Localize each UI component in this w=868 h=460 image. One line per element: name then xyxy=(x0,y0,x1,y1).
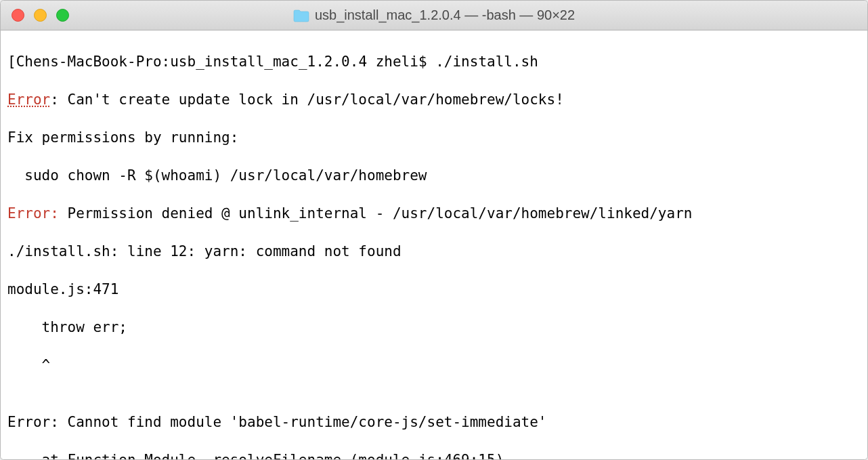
error-label: Error xyxy=(7,91,50,108)
terminal-line: ./install.sh: line 12: yarn: command not… xyxy=(7,242,862,261)
maximize-icon[interactable] xyxy=(56,9,69,22)
traffic-lights xyxy=(1,9,69,22)
title-center: usb_install_mac_1.2.0.4 — -bash — 90×22 xyxy=(1,7,867,23)
terminal-line: ^ xyxy=(7,356,862,375)
window-title: usb_install_mac_1.2.0.4 — -bash — 90×22 xyxy=(315,7,575,23)
terminal-line: [Chens-MacBook-Pro:usb_install_mac_1.2.0… xyxy=(7,52,862,71)
error-text: Permission denied @ unlink_internal - /u… xyxy=(59,205,693,222)
terminal-line: throw err; xyxy=(7,318,862,337)
titlebar[interactable]: usb_install_mac_1.2.0.4 — -bash — 90×22 xyxy=(1,1,867,30)
terminal-body[interactable]: [Chens-MacBook-Pro:usb_install_mac_1.2.0… xyxy=(1,30,867,459)
terminal-line: Error: Cannot find module 'babel-runtime… xyxy=(7,413,862,432)
terminal-line: module.js:471 xyxy=(7,280,862,299)
minimize-icon[interactable] xyxy=(34,9,47,22)
command-text: ./install.sh xyxy=(435,54,538,70)
terminal-line: Error: Permission denied @ unlink_intern… xyxy=(7,204,862,223)
terminal-line: Fix permissions by running: xyxy=(7,128,862,147)
prompt-bracket: [ xyxy=(7,54,16,70)
close-icon[interactable] xyxy=(12,9,24,22)
terminal-line: sudo chown -R $(whoami) /usr/local/var/h… xyxy=(7,166,862,185)
terminal-line: Error: Can't create update lock in /usr/… xyxy=(7,90,862,109)
prompt-text: Chens-MacBook-Pro:usb_install_mac_1.2.0.… xyxy=(16,54,436,70)
error-text: : Can't create update lock in /usr/local… xyxy=(50,91,564,108)
terminal-window: usb_install_mac_1.2.0.4 — -bash — 90×22 … xyxy=(0,0,868,460)
folder-icon xyxy=(293,9,309,22)
error-label: Error: xyxy=(7,205,59,222)
terminal-line: at Function.Module._resolveFilename (mod… xyxy=(7,451,862,459)
